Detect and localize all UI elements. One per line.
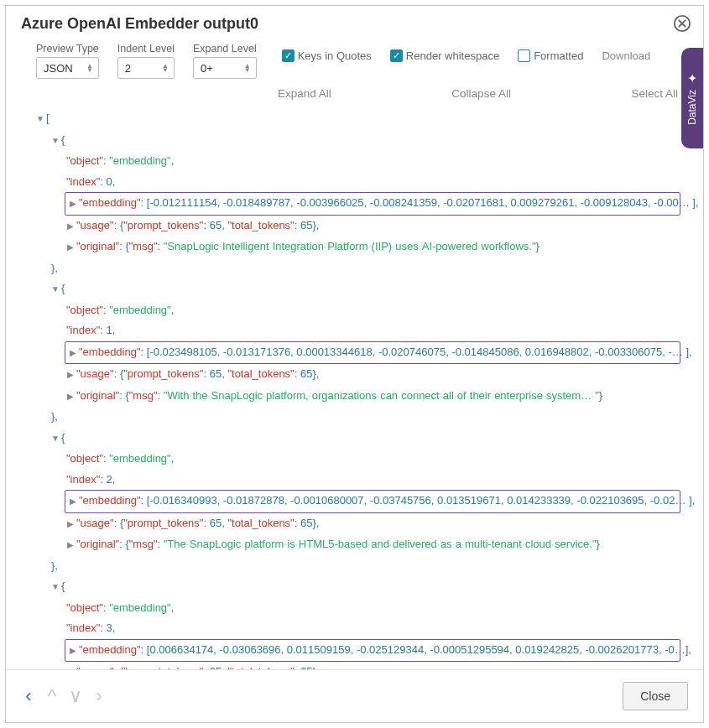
page-first-icon[interactable]: ‹ — [21, 689, 36, 704]
page-up-icon[interactable]: ^ — [44, 689, 60, 704]
titlebar: Azure OpenAI Embedder output0 — [6, 6, 703, 38]
toggle-icon[interactable] — [51, 279, 60, 300]
toolbar-row-2: Expand All Collapse All Select All — [6, 81, 703, 108]
indent-level-label: Indent Level — [117, 43, 175, 55]
checkbox-on-icon: ✓ — [390, 49, 403, 62]
spinner-icon: ▲▼ — [86, 64, 93, 72]
toggle-icon[interactable] — [66, 237, 75, 258]
download-link[interactable]: Download — [602, 49, 650, 62]
keys-in-quotes-checkbox[interactable]: ✓ Keys in Quotes — [282, 49, 372, 62]
toggle-icon[interactable] — [69, 194, 77, 215]
close-button[interactable]: Close — [623, 682, 688, 710]
toolbar-row-1: Preview Type JSON ▲▼ Indent Level 2 ▲▼ E… — [6, 38, 703, 81]
sparkle-icon: ✦ — [686, 71, 699, 85]
toggle-icon[interactable] — [66, 387, 75, 408]
spinner-icon: ▲▼ — [244, 64, 251, 72]
page-next-icon[interactable]: › — [91, 689, 107, 704]
expand-all-link[interactable]: Expand All — [278, 87, 331, 100]
footer: ‹ ^ ∨ › Close — [6, 669, 703, 722]
checkbox-off-icon — [518, 49, 530, 62]
side-tab-dataviz[interactable]: DataViz ✦ — [681, 48, 703, 148]
toggle-icon[interactable] — [66, 365, 75, 386]
embedding-row[interactable]: "embedding": [-0.016340993, -0.01872878,… — [65, 490, 680, 513]
preview-type-label: Preview Type — [36, 43, 99, 55]
toggle-icon[interactable] — [36, 109, 44, 130]
toggle-icon[interactable] — [69, 641, 77, 662]
embedding-row[interactable]: "embedding": [-0.023498105, -0.013171376… — [65, 341, 680, 365]
collapse-all-link[interactable]: Collapse All — [451, 87, 511, 100]
toggle-icon[interactable] — [66, 216, 75, 237]
toggle-icon[interactable] — [69, 343, 77, 364]
close-icon[interactable] — [673, 14, 691, 33]
dialog: Azure OpenAI Embedder output0 DataViz ✦ … — [5, 5, 704, 723]
indent-level-select[interactable]: 2 ▲▼ — [117, 57, 175, 79]
json-viewer[interactable]: [{"object": "embedding","index": 0,"embe… — [6, 108, 703, 669]
toggle-icon[interactable] — [66, 514, 75, 535]
spinner-icon: ▲▼ — [162, 64, 169, 72]
side-tab-label: DataViz — [686, 90, 698, 125]
embedding-row[interactable]: "embedding": [-0.012111154, -0.018489787… — [65, 192, 680, 216]
toggle-icon[interactable] — [51, 131, 60, 152]
toggle-icon[interactable] — [69, 491, 77, 512]
toggle-icon[interactable] — [66, 663, 75, 669]
expand-level-label: Expand Level — [193, 43, 257, 55]
toggle-icon[interactable] — [66, 535, 75, 556]
page-down-icon[interactable]: ∨ — [68, 689, 83, 704]
select-all-link[interactable]: Select All — [631, 87, 678, 100]
pager: ‹ ^ ∨ › — [21, 689, 107, 704]
toggle-icon[interactable] — [51, 577, 60, 598]
toggle-icon[interactable] — [51, 429, 60, 450]
dialog-title: Azure OpenAI Embedder output0 — [21, 15, 673, 33]
embedding-row[interactable]: "embedding": [0.006634174, -0.03063696, … — [65, 639, 680, 663]
formatted-checkbox[interactable]: Formatted — [518, 49, 583, 62]
checkbox-on-icon: ✓ — [282, 49, 295, 62]
render-whitespace-checkbox[interactable]: ✓ Render whitespace — [390, 49, 499, 62]
expand-level-select[interactable]: 0+ ▲▼ — [193, 57, 257, 79]
preview-type-select[interactable]: JSON ▲▼ — [36, 57, 99, 79]
